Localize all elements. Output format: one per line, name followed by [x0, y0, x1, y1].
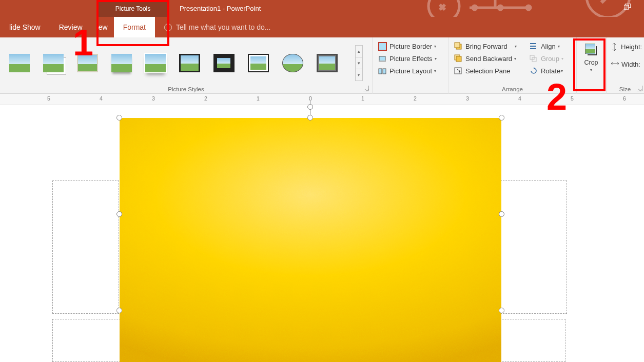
- ruler-tick: 1: [257, 95, 260, 102]
- send-backward-button[interactable]: Send Backward▾: [453, 52, 526, 65]
- svg-rect-12: [455, 43, 460, 48]
- bring-forward-icon: [454, 42, 463, 51]
- picture-effects-button[interactable]: Picture Effects▾: [377, 52, 444, 65]
- group-size: Height: Width: Size: [607, 37, 643, 94]
- selected-picture[interactable]: [120, 118, 501, 362]
- border-icon: [378, 42, 387, 51]
- resize-handle-ml[interactable]: [116, 211, 122, 217]
- group-picture-format: Picture Border▾ Picture Effects▾ Picture…: [373, 37, 448, 94]
- picture-styles-gallery-spinner[interactable]: ▲ ▼ ▾: [355, 45, 363, 81]
- crop-dropdown-icon[interactable]: ▾: [590, 68, 592, 72]
- picture-style-9[interactable]: [282, 54, 303, 72]
- ruler-tick: 2: [204, 95, 207, 102]
- group-label-picture-styles: Picture Styles: [0, 86, 372, 92]
- slide-placeholder-left[interactable]: [52, 180, 119, 314]
- ruler-tick: 4: [100, 95, 103, 102]
- slide-placeholder-right[interactable]: [500, 180, 567, 314]
- group-arrange: Bring Forward▾ Send Backward▾ Selection …: [448, 37, 577, 94]
- rotate-icon: [529, 66, 538, 75]
- resize-handle-bl[interactable]: [116, 308, 122, 313]
- title-bar: Picture Tools Presentation1 - PowerPoint: [0, 0, 644, 17]
- svg-rect-0: [624, 5, 629, 9]
- width-icon: [611, 60, 619, 68]
- picture-styles-launcher-icon[interactable]: [363, 86, 369, 91]
- tab-view[interactable]: iew: [92, 17, 114, 37]
- send-backward-icon: [454, 54, 463, 63]
- group-picture-styles: ▲ ▼ ▾ Picture Styles: [0, 37, 373, 94]
- picture-style-8[interactable]: [248, 54, 269, 72]
- ruler-tick: 4: [518, 95, 521, 102]
- picture-style-5[interactable]: [145, 54, 166, 72]
- ruler-tick: 5: [47, 95, 50, 102]
- tell-me-search[interactable]: Tell me what you want to do...: [164, 23, 270, 31]
- tab-review[interactable]: Review: [50, 17, 92, 37]
- ruler-tick: 2: [414, 95, 417, 102]
- resize-handle-tm[interactable]: [307, 115, 313, 120]
- selection-pane-button[interactable]: Selection Pane: [453, 65, 526, 77]
- tab-slide-show[interactable]: lide Show: [0, 17, 50, 37]
- rotate-button[interactable]: Rotate▾: [528, 65, 572, 77]
- gallery-more-icon[interactable]: ▾: [356, 69, 362, 81]
- bring-forward-button[interactable]: Bring Forward▾: [453, 40, 526, 52]
- lightbulb-icon: [164, 24, 172, 31]
- svg-point-2: [473, 6, 477, 10]
- tab-format[interactable]: Format: [114, 17, 155, 37]
- picture-style-6[interactable]: [179, 54, 200, 72]
- picture-style-4[interactable]: [111, 54, 132, 72]
- slide-canvas[interactable]: [0, 105, 644, 362]
- picture-border-button[interactable]: Picture Border▾: [377, 40, 444, 52]
- window-title: Presentation1 - PowerPoint: [180, 5, 261, 12]
- crop-icon: [584, 43, 598, 57]
- resize-handle-mr[interactable]: [499, 211, 504, 217]
- rotate-handle[interactable]: [307, 104, 313, 110]
- picture-tools-context-tab[interactable]: Picture Tools: [96, 0, 169, 17]
- picture-style-10[interactable]: [317, 54, 338, 72]
- resize-handle-br[interactable]: [499, 308, 504, 313]
- width-field[interactable]: Width:: [611, 57, 639, 71]
- ruler-tick: 3: [466, 95, 469, 102]
- resize-handle-tr[interactable]: [499, 115, 504, 120]
- selection-pane-icon: [454, 66, 463, 75]
- resize-handle-tl[interactable]: [116, 115, 122, 120]
- svg-point-4: [526, 6, 531, 10]
- size-launcher-icon[interactable]: [637, 86, 642, 91]
- svg-rect-6: [379, 43, 386, 50]
- crop-label: Crop: [584, 59, 598, 66]
- ruler-tick: 6: [623, 95, 626, 102]
- crop-button[interactable]: Crop ▾: [580, 39, 602, 81]
- height-icon: [611, 43, 618, 51]
- group-icon: [529, 54, 538, 63]
- gallery-down-icon[interactable]: ▼: [356, 57, 362, 69]
- ruler-tick: 3: [152, 95, 155, 102]
- ruler-tick: 5: [571, 95, 574, 102]
- picture-style-2[interactable]: [43, 54, 64, 72]
- svg-rect-8: [379, 61, 386, 62]
- ruler-tick: 1: [361, 95, 364, 102]
- align-button[interactable]: Align▾: [528, 40, 572, 52]
- picture-style-7[interactable]: [213, 54, 235, 72]
- picture-style-1[interactable]: [9, 54, 30, 72]
- gallery-up-icon[interactable]: ▲: [356, 46, 362, 57]
- picture-style-3[interactable]: [77, 54, 98, 72]
- group-crop: Crop ▾: [577, 37, 607, 94]
- height-field[interactable]: Height:: [611, 40, 639, 53]
- horizontal-ruler[interactable]: 5 4 3 2 1 0 1 2 3 4 5 6: [0, 94, 644, 105]
- align-icon: [529, 42, 538, 51]
- svg-rect-15: [455, 68, 461, 74]
- tell-me-placeholder: Tell me what you want to do...: [176, 23, 270, 31]
- window-restore-icon[interactable]: [624, 4, 631, 11]
- picture-layout-button[interactable]: Picture Layout▾: [377, 65, 444, 77]
- svg-rect-10: [383, 69, 386, 74]
- layout-icon: [378, 66, 387, 75]
- group-label-arrange: Arrange: [448, 86, 576, 92]
- svg-rect-9: [379, 69, 382, 74]
- group-button[interactable]: Group▾: [528, 52, 572, 65]
- svg-point-5: [587, 0, 630, 17]
- svg-rect-14: [456, 56, 461, 62]
- ribbon-tabs: lide Show Review iew Format Tell me what…: [0, 17, 644, 37]
- ribbon: ▲ ▼ ▾ Picture Styles Picture Border▾ Pic…: [0, 37, 644, 94]
- svg-point-3: [498, 6, 502, 10]
- effects-icon: [378, 54, 387, 63]
